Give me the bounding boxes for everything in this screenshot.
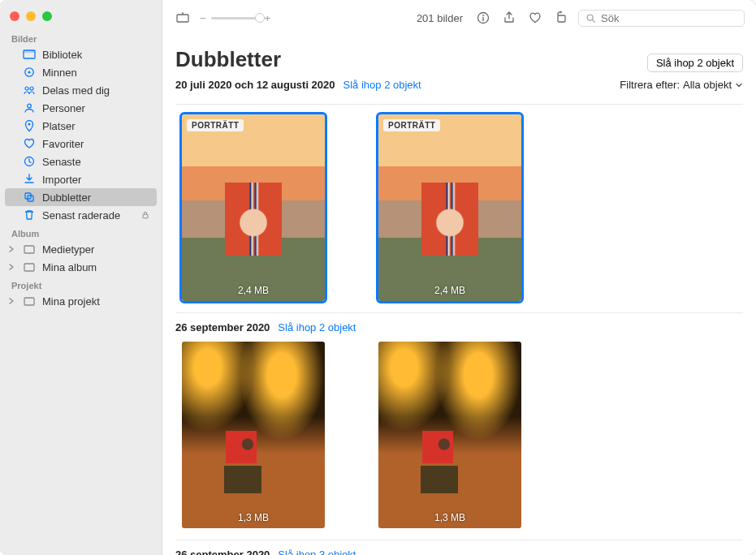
sidebar-item-delas[interactable]: Delas med dig [0, 81, 162, 99]
sidebar-item-label: Importer [42, 174, 81, 186]
svg-point-7 [28, 123, 31, 126]
sidebar: Bilder Bibliotek Minnen Delas med dig Pe… [0, 0, 162, 555]
sidebar-item-label: Minnen [42, 67, 77, 79]
svg-rect-14 [24, 298, 34, 305]
merge-group-link[interactable]: Slå ihop 2 objekt [278, 321, 356, 333]
sidebar-item-medietyper[interactable]: Medietyper [0, 240, 162, 258]
sidebar-item-label: Bibliotek [42, 49, 82, 61]
slider-track[interactable] [211, 17, 260, 19]
places-icon [23, 119, 36, 132]
sidebar-item-label: Mina projekt [42, 295, 100, 308]
file-size: 1,3 MB [238, 512, 269, 523]
slider-thumb[interactable] [255, 13, 265, 23]
zoom-window-button[interactable] [42, 11, 52, 21]
sidebar-item-mina-projekt[interactable]: Mina projekt [0, 292, 162, 310]
sidebar-item-dubbletter[interactable]: Dubbletter [5, 188, 157, 206]
trash-icon [23, 209, 36, 222]
close-window-button[interactable] [10, 11, 19, 21]
sidebar-section-album: Album [0, 224, 162, 240]
sidebar-section-bilder: Bilder [0, 29, 162, 45]
rotate-icon[interactable] [552, 9, 570, 27]
sidebar-item-label: Senaste [42, 156, 81, 168]
app-window: Bilder Bibliotek Minnen Delas med dig Pe… [0, 0, 756, 555]
clock-icon [23, 155, 36, 168]
sidebar-item-label: Delas med dig [42, 84, 110, 97]
chevron-right-icon[interactable] [8, 298, 16, 304]
sidebar-item-bibliotek[interactable]: Bibliotek [0, 45, 162, 63]
group-dates: 26 september 2020 [175, 549, 270, 555]
sidebar-item-platser[interactable]: Platser [0, 117, 162, 135]
file-size: 1,3 MB [434, 512, 465, 523]
zoom-slider[interactable]: − + [200, 12, 270, 24]
svg-rect-12 [24, 246, 34, 253]
sidebar-item-senast-raderade[interactable]: Senast raderade [0, 206, 162, 224]
item-count: 201 bilder [417, 12, 463, 24]
svg-rect-13 [24, 264, 34, 271]
svg-point-5 [30, 87, 33, 90]
sidebar-item-label: Platser [42, 120, 75, 132]
svg-point-4 [25, 87, 28, 90]
photo-thumbnail[interactable]: PORTRÄTT 2,4 MB [182, 114, 325, 301]
photo-thumbnail[interactable]: 1,3 MB [378, 342, 521, 528]
duplicates-icon [23, 191, 36, 204]
folder-icon [23, 260, 36, 273]
folder-icon [23, 243, 36, 256]
merge-selected-button[interactable]: Slå ihop 2 objekt [647, 54, 743, 72]
folder-icon [23, 295, 36, 308]
share-icon[interactable] [500, 9, 518, 27]
chevron-right-icon[interactable] [8, 246, 16, 252]
info-icon[interactable] [474, 9, 492, 27]
photo-thumbnail[interactable]: 1,3 MB [182, 342, 325, 528]
portrait-badge: PORTRÄTT [383, 119, 440, 131]
people-icon [23, 101, 36, 114]
minimize-window-button[interactable] [26, 11, 36, 21]
chevron-down-icon [735, 81, 743, 89]
window-controls [0, 6, 162, 29]
svg-point-6 [28, 104, 32, 108]
sidebar-item-label: Dubbletter [42, 191, 91, 204]
sidebar-item-label: Favoriter [42, 138, 84, 150]
portrait-badge: PORTRÄTT [187, 119, 244, 131]
chevron-right-icon[interactable] [8, 264, 16, 270]
library-icon [23, 48, 36, 61]
svg-rect-15 [177, 15, 188, 22]
filter-prefix: Filtrera efter: [620, 79, 680, 91]
sidebar-item-label: Medietyper [42, 243, 94, 256]
sidebar-item-senaste[interactable]: Senaste [0, 153, 162, 170]
group-dates: 20 juli 2020 och 12 augusti 2020 [175, 79, 335, 91]
sidebar-item-minnen[interactable]: Minnen [0, 63, 162, 81]
duplicate-group: 26 september 2020 Slå ihop 2 objekt 1,3 … [175, 312, 743, 531]
zoom-in-icon[interactable]: + [265, 12, 271, 24]
sidebar-section-projekt: Projekt [0, 276, 162, 292]
aspect-icon[interactable] [174, 9, 192, 27]
svg-rect-11 [143, 214, 148, 218]
toolbar: − + 201 bilder [162, 0, 756, 36]
svg-point-3 [28, 71, 30, 73]
sidebar-item-importer[interactable]: Importer [0, 170, 162, 188]
content-area: Dubbletter Slå ihop 2 objekt 20 juli 202… [162, 36, 756, 555]
sidebar-item-favoriter[interactable]: Favoriter [0, 135, 162, 153]
page-title: Dubbletter [175, 47, 281, 72]
search-input[interactable] [601, 12, 737, 24]
lock-icon [140, 210, 150, 220]
sidebar-item-label: Senast raderade [42, 209, 120, 222]
filter-dropdown[interactable]: Filtrera efter: Alla objekt [620, 79, 743, 91]
shared-icon [23, 84, 36, 97]
file-size: 2,4 MB [238, 285, 269, 296]
sidebar-item-mina-album[interactable]: Mina album [0, 258, 162, 276]
favorite-icon[interactable] [526, 9, 544, 27]
photo-thumbnail[interactable]: PORTRÄTT 2,4 MB [378, 114, 521, 301]
merge-group-link[interactable]: Slå ihop 2 objekt [343, 79, 421, 91]
main-panel: − + 201 bilder Dubbletter Slå ihop 2 obj… [162, 0, 756, 555]
zoom-out-icon[interactable]: − [200, 12, 206, 24]
duplicate-group: 26 september 2020 Slå ihop 3 objekt [175, 540, 743, 555]
memories-icon [23, 66, 36, 79]
svg-rect-18 [558, 15, 565, 22]
heart-icon [23, 137, 36, 150]
search-field[interactable] [578, 10, 745, 27]
group-dates: 26 september 2020 [175, 321, 270, 333]
sidebar-item-personer[interactable]: Personer [0, 99, 162, 117]
sidebar-item-label: Mina album [42, 261, 97, 273]
file-size: 2,4 MB [434, 285, 465, 296]
merge-group-link[interactable]: Slå ihop 3 objekt [278, 549, 356, 555]
